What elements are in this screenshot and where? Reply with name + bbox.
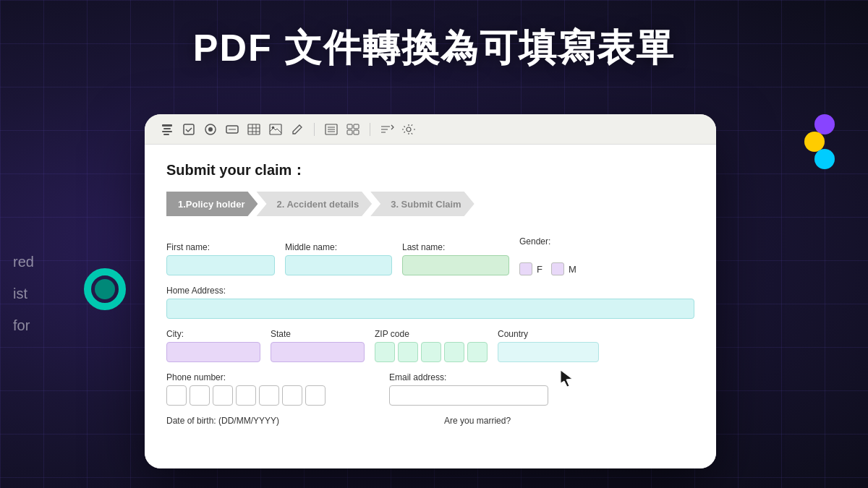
toolbar-image-icon[interactable]	[268, 121, 284, 137]
step-2-label: 2. Accident details	[276, 199, 359, 210]
last-name-label: Last name:	[402, 242, 509, 252]
svg-rect-27	[347, 130, 352, 134]
side-labels: red ist for	[13, 246, 34, 341]
zip-group: ZIP code	[375, 329, 488, 362]
last-name-input[interactable]	[402, 255, 509, 275]
email-input[interactable]	[389, 385, 548, 406]
svg-point-3	[804, 132, 825, 152]
first-name-input[interactable]	[166, 255, 275, 275]
svg-rect-25	[347, 124, 352, 129]
gender-group: Gender: F M	[519, 236, 581, 275]
phone-label: Phone number:	[166, 372, 326, 382]
toolbar-divider-1	[314, 123, 315, 136]
phone-box-3[interactable]	[213, 385, 233, 406]
phone-box-4[interactable]	[236, 385, 256, 406]
toolbar	[145, 114, 716, 145]
phone-box-2[interactable]	[190, 385, 210, 406]
svg-rect-14	[248, 124, 260, 134]
zip-box-3[interactable]	[421, 342, 441, 362]
middle-name-label: Middle name:	[285, 242, 392, 252]
phone-boxes	[166, 385, 326, 406]
side-label-2: ist	[13, 278, 34, 309]
form-title: Submit your claim：	[166, 160, 694, 180]
svg-rect-5	[162, 124, 172, 127]
middle-name-input[interactable]	[285, 255, 392, 275]
zip-box-1[interactable]	[375, 342, 395, 362]
gender-f-label: F	[537, 264, 542, 275]
svg-point-32	[407, 127, 411, 132]
state-group: State	[271, 329, 365, 362]
email-group: Email address:	[389, 372, 548, 406]
toolbar-edit-icon[interactable]	[289, 121, 305, 137]
step-2[interactable]: 2. Accident details	[256, 192, 372, 216]
zip-box-4[interactable]	[444, 342, 464, 362]
side-label-1: red	[13, 246, 34, 278]
toolbar-divider-2	[370, 123, 370, 136]
toolbar-text-icon[interactable]	[159, 121, 175, 137]
toolbar-sort-icon[interactable]	[379, 121, 395, 137]
svg-rect-6	[163, 128, 171, 129]
svg-rect-9	[184, 124, 194, 134]
svg-rect-8	[163, 134, 169, 135]
country-input[interactable]	[498, 342, 599, 362]
svg-rect-7	[162, 131, 172, 132]
first-name-group: First name:	[166, 242, 275, 275]
gender-f-checkbox[interactable]	[519, 262, 532, 275]
device-frame: Submit your claim： 1.Policy holder 2. Ac…	[145, 114, 716, 468]
form-content: Submit your claim： 1.Policy holder 2. Ac…	[145, 145, 716, 468]
zip-boxes	[375, 342, 488, 362]
city-label: City:	[166, 329, 260, 339]
name-row: First name: Middle name: Last name: Gend…	[166, 236, 694, 275]
svg-point-4	[814, 149, 835, 169]
dob-married-row: Date of birth: (DD/MM/YYYY) Are you marr…	[166, 416, 694, 426]
gender-label: Gender:	[519, 236, 581, 247]
page-title: PDF 文件轉換為可填寫表單	[0, 23, 868, 74]
toolbar-settings-icon[interactable]	[401, 121, 417, 137]
state-input[interactable]	[271, 342, 365, 362]
middle-name-group: Middle name:	[285, 242, 392, 275]
city-group: City:	[166, 329, 260, 362]
steps-container: 1.Policy holder 2. Accident details 3. S…	[166, 192, 694, 216]
zip-box-5[interactable]	[467, 342, 488, 362]
last-name-group: Last name:	[402, 242, 509, 275]
gender-m-label: M	[569, 264, 576, 275]
svg-rect-28	[354, 130, 359, 134]
phone-group: Phone number:	[166, 372, 326, 406]
dob-group: Date of birth: (DD/MM/YYYY)	[166, 416, 279, 426]
city-input[interactable]	[166, 342, 260, 362]
svg-rect-26	[354, 124, 359, 129]
framer-icon	[794, 114, 838, 172]
phone-box-5[interactable]	[259, 385, 279, 406]
zip-label: ZIP code	[375, 329, 488, 339]
home-address-group: Home Address:	[166, 286, 694, 319]
phone-box-7[interactable]	[305, 385, 326, 406]
country-group: Country	[498, 329, 599, 362]
step-3-label: 3. Submit Claim	[391, 199, 461, 210]
svg-point-2	[814, 114, 835, 134]
dob-label: Date of birth: (DD/MM/YYYY)	[166, 416, 279, 426]
step-3[interactable]: 3. Submit Claim	[370, 192, 475, 216]
gender-m-checkbox[interactable]	[551, 262, 564, 275]
city-state-row: City: State ZIP code Country	[166, 329, 694, 362]
phone-box-6[interactable]	[282, 385, 302, 406]
home-address-input[interactable]	[166, 299, 694, 319]
toolbar-grid-icon[interactable]	[345, 121, 361, 137]
svg-point-11	[208, 127, 213, 132]
gender-options: F M	[519, 262, 581, 275]
teal-ring-icon	[83, 267, 127, 311]
step-1-label: 1.Policy holder	[178, 199, 244, 210]
step-1[interactable]: 1.Policy holder	[166, 192, 258, 216]
side-label-3: for	[13, 309, 34, 341]
toolbar-field-icon[interactable]	[224, 121, 240, 137]
toolbar-table-icon[interactable]	[246, 121, 262, 137]
home-address-label: Home Address:	[166, 286, 694, 296]
phone-email-row: Phone number: Email address:	[166, 372, 694, 406]
married-group: Are you married?	[444, 416, 511, 426]
zip-box-2[interactable]	[398, 342, 418, 362]
mouse-cursor	[558, 369, 575, 389]
country-label: Country	[498, 329, 599, 339]
toolbar-checkbox-icon[interactable]	[181, 121, 197, 137]
toolbar-list-icon[interactable]	[323, 121, 339, 137]
phone-box-1[interactable]	[166, 385, 187, 406]
toolbar-radio-icon[interactable]	[203, 121, 218, 137]
